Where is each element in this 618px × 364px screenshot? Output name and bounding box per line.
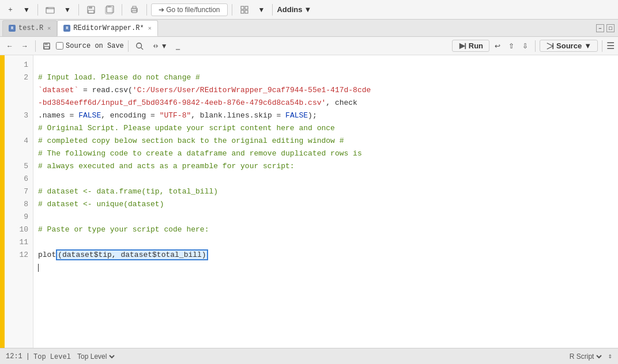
svg-rect-14 [245,10,248,13]
editor-sep-2 [128,40,129,52]
format-button[interactable]: ⎯ [173,40,183,52]
maximize-button[interactable]: □ [606,24,615,32]
save-all-icon [105,5,114,14]
code-line-3a: # Original Script. Please update your sc… [38,124,335,132]
run-button[interactable]: Run [452,40,489,52]
plot-args-highlight: (dataset$tip, dataset$total_bill) [56,249,208,260]
line-num-9: 9 [9,211,28,223]
run-down-button[interactable]: ⇩ [519,40,531,52]
code-line-4b: # always executed and acts as a preamble… [38,162,295,170]
addins-label: Addins [277,5,302,14]
status-separator: | [26,352,30,361]
back-button[interactable]: ← [3,40,16,52]
separator-3 [122,4,122,16]
tabs-bar: R test.R ✕ R REditorWrapper.R* ✕ − □ [0,20,618,37]
go-to-file-label: Go to file/function [166,6,220,14]
test-r-icon: R [9,25,16,32]
svg-rect-2 [89,6,92,9]
code-line-2a: `dataset` = read.csv('C:/Users/User/REdi… [38,86,371,94]
top-level-label: Top Level Top Level [33,352,116,361]
grid-dropdown-button[interactable]: ▼ [255,4,269,16]
line-num-12: 12 [9,249,28,261]
comment-3a: # Original Script. Please update your sc… [38,124,335,132]
svg-rect-12 [245,6,248,9]
new-file-button[interactable]: ＋ [3,3,17,16]
comment-6: # dataset <- data.frame(tip, total_bill) [38,187,218,196]
code-line-6: # dataset <- data.frame(tip, total_bill) [38,187,218,196]
code-editor[interactable]: # Input load. Please do not change # `da… [33,55,618,348]
top-level-select[interactable]: Top Level [75,352,116,361]
editor-toolbar: ← → Source on Save ▼ [0,37,618,55]
code-tools-button[interactable]: ▼ [149,40,171,52]
menu-lines-button[interactable]: ☰ [606,40,615,51]
separator-5 [232,4,232,16]
line-num-2b [9,84,28,97]
reditorwrapper-close-button[interactable]: ✕ [148,25,152,32]
grid-icon [240,5,249,14]
source-dropdown-icon: ▼ [584,41,591,50]
code-line-12 [38,263,39,272]
new-file-dropdown-button[interactable]: ▼ [20,4,33,16]
right-toolbar: Run ↩ ⇧ ⇩ Source ▼ ☰ [452,40,615,52]
file-type-chevron: ⇕ [608,352,612,361]
svg-rect-13 [241,10,244,13]
false-1: FALSE [78,111,101,120]
editor-sep-1 [35,40,36,52]
comment-3b: # completed copy below section back to t… [38,136,344,145]
code-line-11: plot(dataset$tip, dataset$total_bill) [38,249,208,260]
false-2: FALSE [285,111,308,120]
line-num-4: 4 [9,135,28,147]
editor-container: ＋ ▼ ▼ [0,0,618,364]
source-on-save-label: Source on Save [66,42,124,50]
tab-reditorwrapper[interactable]: R REditorWrapper.R* ✕ [57,20,157,36]
top-toolbar: ＋ ▼ ▼ [0,0,618,20]
window-controls: − □ [596,24,618,32]
addins-button[interactable]: Addins ▼ [277,5,311,14]
source-button[interactable]: Source ▼ [540,40,598,52]
editor-sep-4 [602,40,602,52]
open-file-button[interactable] [42,3,58,16]
code-line-2c: .names = FALSE, encoding = "UTF-8", blan… [38,111,317,120]
source-on-save-area: Source on Save [56,42,124,50]
minimize-button[interactable]: − [596,24,604,32]
separator-2 [78,4,79,16]
backtick-dataset: `dataset` [38,86,78,94]
source-on-save-checkbox[interactable] [56,42,63,50]
svg-rect-16 [45,43,48,45]
top-level-text: Top Level [33,353,71,361]
go-to-file-button[interactable]: ➔ Go to file/function [151,3,228,16]
reditorwrapper-label: REditorWrapper.R* [73,24,144,32]
source-label: Source [556,41,582,50]
comment-9: # Paste or type your script code here: [38,225,209,234]
code-line-5 [38,175,43,183]
separator-6 [272,4,273,16]
save-file-button[interactable] [40,40,54,52]
file-type-select[interactable]: R Script [567,352,604,361]
code-line-4a: # The following code to create a datafra… [38,149,362,158]
line-numbers: 1 2 3 4 5 6 7 8 9 10 11 12 [5,55,33,348]
open-dropdown-button[interactable]: ▼ [61,4,74,16]
grid-view-button[interactable] [236,3,253,16]
run-previous-button[interactable]: ↩ [492,40,503,52]
line-num-3: 3 [9,109,28,122]
line-num-1: 1 [9,59,28,71]
code-line-2b: -bd3854eeff6d/input_df_5bd034f6-9842-4ee… [38,98,357,107]
save-button[interactable] [83,3,99,16]
svg-rect-3 [88,10,94,13]
source-icon [546,42,554,50]
line-num-2: 2 [9,71,28,84]
csv-path: 'C:/Users/User/REditorWrapper_9caf7944-5… [133,86,371,94]
search-button[interactable] [133,40,146,52]
code-line-10 [38,238,43,247]
left-bar [0,55,5,348]
forward-button[interactable]: → [18,40,31,52]
run-up-button[interactable]: ⇧ [506,40,517,52]
test-r-close-button[interactable]: ✕ [47,25,51,32]
search-icon [135,42,144,50]
print-button[interactable] [126,3,142,16]
code-line-3b: # completed copy below section back to t… [38,136,344,145]
status-bar: 12:1 | Top Level Top Level R Script ⇕ [0,348,618,364]
code-line-8 [38,213,43,221]
tab-test-r[interactable]: R test.R ✕ [2,20,57,36]
save-all-button[interactable] [101,3,118,16]
